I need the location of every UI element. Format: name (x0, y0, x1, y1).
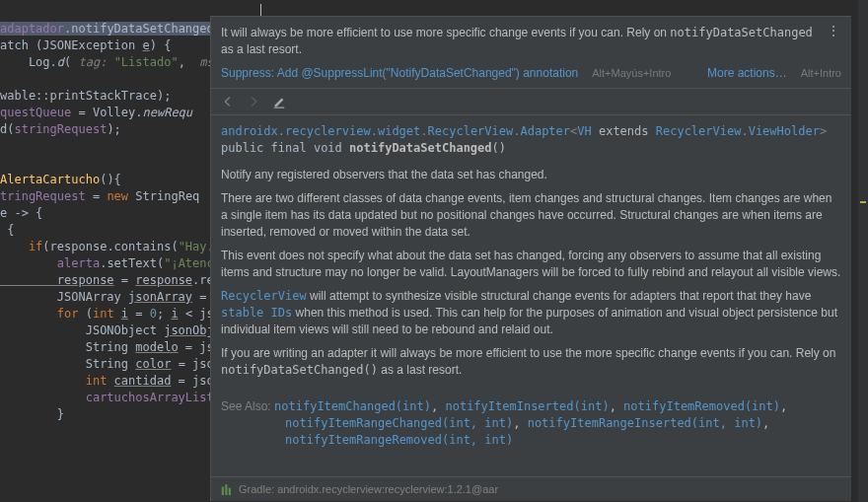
see-also-link[interactable]: notifyItemInserted(int) (445, 399, 609, 413)
see-also-block: See Also: notifyItemChanged(int), notify… (221, 398, 841, 449)
documentation-popup: It will always be more efficient to use … (210, 16, 851, 501)
doc-type-link[interactable]: RecyclerView (221, 289, 307, 303)
doc-paragraph: This event does not specify what about t… (221, 248, 841, 281)
stable-ids-link[interactable]: stable IDs (221, 306, 292, 320)
doc-source: Gradle: androidx.recyclerview:recyclervi… (239, 483, 498, 495)
doc-paragraph: RecyclerView will attempt to synthesize … (221, 288, 841, 338)
doc-paragraph: Notify any registered observers that the… (221, 167, 841, 183)
edit-icon[interactable] (272, 95, 286, 108)
editor-gutter[interactable] (858, 0, 868, 502)
see-also-link[interactable]: notifyItemRangeInserted(int, int) (528, 416, 762, 430)
back-icon[interactable] (221, 95, 235, 108)
more-actions-link[interactable]: More actions… (707, 66, 787, 80)
see-also-link[interactable]: notifyItemRangeRemoved(int, int) (285, 433, 513, 447)
inspection-message: It will always be more efficient to use … (211, 17, 851, 66)
quickfix-shortcut: Alt+Mayús+Intro (592, 67, 671, 79)
suppress-quickfix-link[interactable]: Suppress: Add @SuppressLint("NotifyDataS… (221, 66, 578, 80)
quickfix-row: Suppress: Add @SuppressLint("NotifyDataS… (211, 66, 851, 88)
doc-footer: Gradle: androidx.recyclerview:recyclervi… (211, 476, 851, 501)
doc-paragraph: There are two different classes of data … (221, 190, 841, 241)
doc-paragraph: If you are writing an adapter it will al… (221, 345, 841, 379)
doc-body[interactable]: androidx.recyclerview.widget.RecyclerVie… (211, 115, 851, 466)
doc-package-link[interactable]: androidx.recyclerview.widget (221, 124, 420, 138)
forward-icon[interactable] (247, 95, 260, 108)
more-actions-shortcut: Alt+Intro (801, 67, 841, 79)
doc-toolbar (211, 88, 851, 115)
doc-signature: androidx.recyclerview.widget.RecyclerVie… (221, 123, 841, 157)
see-also-link[interactable]: notifyItemRangeChanged(int, int) (285, 416, 513, 430)
see-also-link[interactable]: notifyItemRemoved(int) (623, 399, 780, 413)
library-icon (219, 483, 233, 495)
gutter-marker[interactable] (860, 201, 866, 203)
see-also-link[interactable]: notifyItemChanged(int) (274, 399, 431, 413)
doc-class-link[interactable]: RecyclerView.Adapter (428, 124, 571, 138)
more-menu-icon[interactable]: ⋮ (826, 23, 841, 38)
